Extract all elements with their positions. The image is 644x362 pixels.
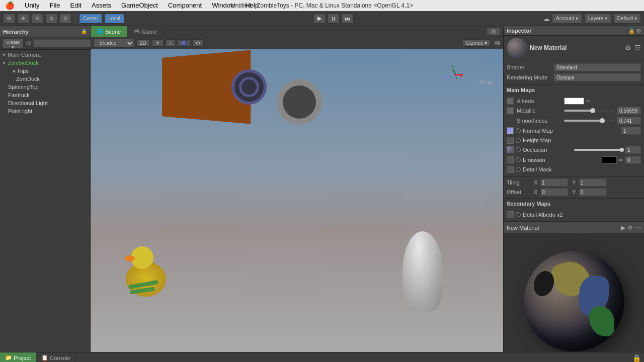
menu-edit[interactable]: Edit	[65, 0, 87, 11]
albedo-color-swatch[interactable]	[564, 98, 584, 105]
scene-target	[231, 69, 267, 105]
fx-toggle[interactable]: 🎆	[177, 39, 190, 47]
hierarchy-item-point-light[interactable]: Point light	[0, 107, 90, 115]
shader-select[interactable]: Standard	[554, 63, 641, 71]
albedo-row: Albedo ✏	[507, 97, 641, 106]
toolbar-qwerty-e[interactable]: ⟲	[31, 14, 43, 24]
occlusion-input[interactable]	[625, 146, 641, 154]
scene-view[interactable]: X Y Z < Persp	[91, 49, 503, 352]
hierarchy-item-zombieduck[interactable]: ZombieDuck	[0, 59, 90, 67]
preview-dots-icon[interactable]: ⋯	[635, 224, 641, 231]
toolbar-qwerty-w[interactable]: ✛	[17, 14, 29, 24]
audio-toggle[interactable]: ♪	[166, 39, 175, 47]
cloud-icon[interactable]: ☁	[543, 15, 550, 23]
inspector-settings-icon[interactable]: ⚙	[625, 44, 631, 52]
height-map-row: Height Map	[507, 136, 641, 145]
rendering-mode-select[interactable]: Opaque	[554, 73, 641, 81]
hierarchy-create-button[interactable]: Create ▾	[2, 38, 24, 48]
step-button[interactable]: ⏭	[342, 14, 354, 24]
hierarchy-item-firetruck[interactable]: Firetruck	[0, 91, 90, 99]
expand-icon	[2, 53, 6, 57]
hierarchy-item-zomduck[interactable]: ZomDuck	[0, 75, 90, 83]
offset-y-input[interactable]	[579, 188, 607, 196]
hierarchy-item-hips[interactable]: Hips	[0, 67, 90, 75]
smoothness-input[interactable]	[617, 117, 641, 125]
play-button[interactable]: ▶	[313, 14, 326, 24]
scene-tabs: 🌐 Scene 🎮 Game ⊡	[91, 26, 503, 37]
secondary-maps-section: Detail Albedo x2	[504, 208, 644, 222]
occlusion-circle-icon	[516, 147, 521, 152]
occlusion-slider[interactable]	[574, 149, 623, 151]
normal-map-input[interactable]	[621, 127, 641, 135]
tab-game[interactable]: 🎮 Game	[127, 26, 164, 37]
shading-select[interactable]: Shaded Wireframe	[94, 39, 134, 48]
project-lock-icon[interactable]: 🔒	[629, 354, 644, 362]
space-mode-button[interactable]: Local	[104, 14, 124, 24]
menu-file[interactable]: File	[45, 0, 65, 11]
hierarchy-item-spinningtop[interactable]: SpinningTop	[0, 83, 90, 91]
layout-button[interactable]: Default ▾	[613, 14, 641, 24]
layers-button[interactable]: Layers ▾	[584, 14, 611, 24]
account-button[interactable]: Account ▾	[552, 14, 582, 24]
scene-gizmo[interactable]: X Y Z	[443, 59, 473, 89]
detail-albedo-row: Detail Albedo x2	[507, 210, 641, 219]
toolbar-qwerty-t[interactable]: ⊡	[59, 14, 71, 24]
emission-color-swatch[interactable]	[602, 156, 617, 163]
offset-x-input[interactable]	[540, 188, 568, 196]
pause-button[interactable]: ⏸	[328, 14, 340, 24]
menu-component[interactable]: Component	[163, 0, 207, 11]
normal-map-circle-icon	[516, 128, 521, 133]
hierarchy-lock-icon[interactable]: 🔒	[81, 29, 87, 34]
pivot-mode-button[interactable]: Center	[79, 14, 102, 24]
detail-albedo-thumb	[507, 211, 514, 218]
gizmos-button[interactable]: Gizmos ▾	[462, 39, 491, 47]
inspector-menu-icon[interactable]: ⚙	[636, 28, 641, 34]
project-tab-icon: 📁	[5, 354, 12, 361]
maximize-button[interactable]: ⊡	[487, 28, 500, 35]
menu-bar: Untitled - ZombieToys - PC, Mac & Linux …	[0, 0, 644, 11]
metallic-row: Metallic	[507, 106, 641, 116]
menu-gameobject[interactable]: GameObject	[116, 0, 163, 11]
hierarchy-item-directional-light[interactable]: Directional Light	[0, 99, 90, 107]
albedo-thumb	[507, 98, 514, 105]
tiling-x-input[interactable]	[540, 178, 568, 187]
inspector-more-icon[interactable]: ☰	[634, 44, 641, 52]
lighting-toggle[interactable]: ☀	[152, 39, 164, 47]
toolbar-right: ☁ Account ▾ Layers ▾ Default ▾	[543, 14, 641, 24]
gizmo-y-label: Y	[451, 64, 454, 69]
2d-toggle[interactable]: 2D	[136, 39, 150, 47]
preview-settings-icon[interactable]: ⚙	[627, 224, 633, 231]
smoothness-slider[interactable]	[564, 120, 615, 122]
emission-input[interactable]	[625, 156, 641, 164]
emission-pencil-icon[interactable]: ✏	[619, 157, 623, 163]
inspector-lock-icon[interactable]: 🔒	[628, 28, 634, 34]
hierarchy-item-main-camera[interactable]: Main Camera	[0, 51, 90, 59]
metallic-slider[interactable]	[564, 110, 615, 112]
scene-settings[interactable]: ⚙	[192, 39, 204, 47]
project-tabs: 📁 Project 📋 Console 🔒	[0, 352, 644, 362]
menu-assets[interactable]: Assets	[87, 0, 116, 11]
albedo-pencil-icon[interactable]: ✏	[586, 99, 590, 104]
detail-albedo-label: Detail Albedo x2	[523, 212, 641, 218]
main-maps-section: Albedo ✏ Metallic Smoothness	[504, 95, 644, 176]
menu-help[interactable]: Help	[240, 0, 264, 11]
preview-canvas: ⊙	[504, 233, 644, 352]
shader-section: Shader Standard Rendering Mode Opaque	[504, 60, 644, 85]
main-layout: Hierarchy 🔒 Create ▾ All ⚙ Main Camera Z…	[0, 26, 644, 352]
tab-scene[interactable]: 🌐 Scene	[91, 26, 127, 37]
offset-row: Offset X Y	[507, 188, 641, 196]
hierarchy-item-label: Main Camera	[8, 52, 41, 58]
toolbar-qwerty-r[interactable]: ⊙	[45, 14, 57, 24]
toolbar-qwerty-q[interactable]: ⟳	[3, 14, 15, 24]
metallic-input[interactable]	[617, 107, 641, 115]
tab-project[interactable]: 📁 Project	[0, 352, 36, 363]
apple-menu[interactable]: 🍎	[0, 1, 20, 10]
detail-mask-row: Detail Mask	[507, 165, 641, 174]
tab-console[interactable]: 📋 Console	[36, 352, 75, 363]
material-sphere	[524, 251, 624, 351]
tiling-y-input[interactable]	[579, 178, 607, 187]
menu-window[interactable]: Window	[207, 0, 240, 11]
menu-unity[interactable]: Unity	[20, 0, 45, 11]
preview-play-icon[interactable]: ▶	[621, 224, 625, 231]
project-panel: 📁 Project 📋 Console 🔒 Create ▾ ★ Favor	[0, 352, 644, 362]
